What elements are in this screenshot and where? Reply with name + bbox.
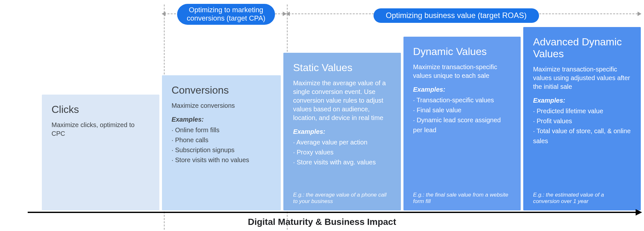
span-roas-arrow-right-icon	[638, 12, 641, 16]
list-item: Predicted lifetime value	[533, 106, 631, 116]
list-item: Phone calls	[172, 135, 271, 145]
x-axis	[28, 212, 641, 213]
bar-footnote: E.g.: the final sale value from a websit…	[413, 192, 511, 205]
bar-title: Conversions	[172, 84, 271, 96]
span-cpa-arrow-left-icon	[162, 12, 166, 16]
span-roas-arrow-left-icon	[286, 12, 290, 16]
bar-title: Static Values	[293, 62, 391, 74]
list-item: Final sale value	[413, 105, 511, 115]
top-band: Optimizing to marketing conversions (tar…	[0, 4, 644, 23]
bar-subtitle: Maximize the average value of a single c…	[293, 79, 391, 122]
pill-target-cpa: Optimizing to marketing conversions (tar…	[177, 4, 275, 25]
list-item: Total value of store, call, & online sal…	[533, 126, 631, 146]
list-item: Store visits with no values	[172, 155, 271, 165]
bar-dynamic-values: Dynamic Values Maximize transaction-spec…	[403, 37, 521, 210]
bar-subtitle: Maximize transaction-specific values usi…	[533, 65, 631, 91]
list-item: Subscription signups	[172, 145, 271, 155]
examples-list: Online form fills Phone calls Subscripti…	[172, 125, 271, 165]
examples-list: Predicted lifetime value Profit values T…	[533, 106, 631, 146]
bar-static-values: Static Values Maximize the average value…	[283, 53, 401, 210]
examples-list: Transaction-specific values Final sale v…	[413, 95, 511, 135]
examples-header: Examples:	[413, 86, 511, 93]
bar-subtitle: Maximize clicks, optimized to CPC	[52, 121, 150, 138]
list-item: Average value per action	[293, 137, 391, 147]
bar-title: Clicks	[52, 104, 150, 116]
x-axis-arrow-icon	[636, 209, 642, 216]
list-item: Store visits with avg. values	[293, 157, 391, 167]
list-item: Dynamic lead score assigned per lead	[413, 115, 511, 135]
bar-subtitle: Maximize transaction-specific values uni…	[413, 63, 511, 80]
examples-header: Examples:	[293, 128, 391, 135]
x-axis-label: Digital Maturity & Business Impact	[0, 217, 644, 227]
examples-header: Examples:	[533, 97, 631, 104]
maturity-staircase: Clicks Maximize clicks, optimized to CPC…	[42, 26, 641, 210]
diagram-canvas: Optimizing to marketing conversions (tar…	[0, 0, 644, 231]
bar-clicks: Clicks Maximize clicks, optimized to CPC	[42, 95, 159, 210]
bar-title: Dynamic Values	[413, 46, 511, 58]
list-item: Proxy values	[293, 147, 391, 157]
bar-footnote: E.g.: the average value of a phone call …	[293, 192, 391, 205]
bar-footnote: E.g.: the estimated value of a conversio…	[533, 192, 631, 205]
bar-conversions: Conversions Maximize conversions Example…	[162, 75, 281, 210]
list-item: Online form fills	[172, 125, 271, 135]
pill-target-roas: Optimizing business value (target ROAS)	[374, 8, 539, 23]
bar-subtitle: Maximize conversions	[172, 101, 271, 110]
examples-list: Average value per action Proxy values St…	[293, 137, 391, 167]
list-item: Transaction-specific values	[413, 95, 511, 105]
examples-header: Examples:	[172, 116, 271, 123]
list-item: Profit values	[533, 116, 631, 126]
bar-advanced-dynamic-values: Advanced Dynamic Values Maximize transac…	[523, 27, 641, 210]
bar-title: Advanced Dynamic Values	[533, 36, 631, 60]
